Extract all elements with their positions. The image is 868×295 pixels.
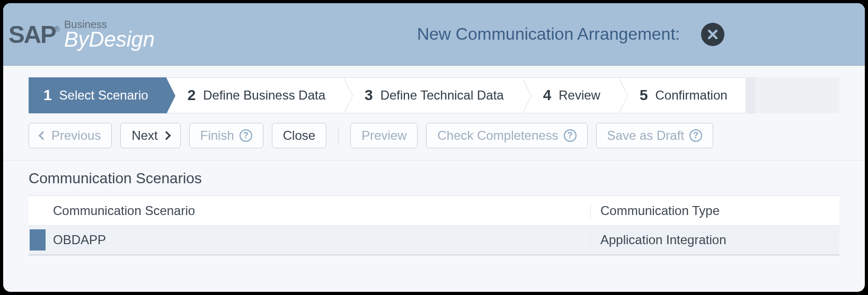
help-icon: ?	[240, 129, 252, 142]
wizard-step-5[interactable]: 5 Confirmation	[618, 77, 746, 113]
finish-label: Finish	[200, 128, 234, 143]
wizard-step-4[interactable]: 4 Review	[522, 77, 618, 113]
wizard-step-2-label: Define Business Data	[203, 88, 325, 103]
section-title: Communication Scenarios	[29, 170, 839, 187]
table-row[interactable]: OBDAPP Application Integration	[29, 226, 839, 255]
check-label: Check Completeness	[437, 128, 558, 143]
content-area: 1 Select Scenario 2 Define Business Data…	[3, 66, 865, 292]
title-wrap: New Communication Arrangement:	[155, 23, 849, 46]
app-window: SAP® Business ByDesign New Communication…	[3, 3, 865, 292]
wizard-roadmap: 1 Select Scenario 2 Define Business Data…	[29, 77, 839, 113]
next-button[interactable]: Next	[120, 123, 180, 148]
help-icon: ?	[564, 129, 577, 142]
chevron-left-icon	[39, 131, 48, 140]
wizard-step-1-num: 1	[43, 87, 52, 104]
wizard-step-3-label: Define Technical Data	[380, 88, 504, 103]
chevron-right-icon	[343, 78, 352, 114]
wizard-step-2[interactable]: 2 Define Business Data	[166, 77, 343, 113]
logo-line2: ByDesign	[64, 29, 155, 50]
page-title: New Communication Arrangement:	[417, 24, 680, 44]
logo-brand: SAP	[8, 21, 56, 48]
logo-sap-text: SAP®	[8, 22, 60, 47]
preview-button[interactable]: Preview	[350, 123, 418, 148]
logo-registered: ®	[55, 25, 59, 33]
wizard-step-2-num: 2	[188, 87, 196, 104]
wizard-step-3-num: 3	[365, 87, 373, 104]
save-draft-label: Save as Draft	[607, 128, 684, 143]
chevron-right-icon	[166, 78, 175, 114]
col-type-header[interactable]: Communication Type	[590, 203, 839, 218]
scenarios-table: Communication Scenario Communication Typ…	[29, 195, 839, 256]
brand-logo: SAP® Business ByDesign	[8, 19, 155, 50]
separator	[338, 127, 339, 145]
save-as-draft-button[interactable]: Save as Draft ?	[596, 123, 713, 148]
logo-subtext: Business ByDesign	[64, 19, 155, 50]
cell-type: Application Integration	[590, 233, 839, 247]
preview-label: Preview	[361, 128, 406, 143]
wizard-step-3[interactable]: 3 Define Technical Data	[343, 77, 522, 113]
top-bar: SAP® Business ByDesign New Communication…	[3, 3, 865, 66]
section-communication-scenarios: Communication Scenarios Communication Sc…	[3, 160, 865, 256]
close-label: Close	[283, 128, 315, 143]
table-header: Communication Scenario Communication Typ…	[29, 196, 839, 226]
close-toolbar-button[interactable]: Close	[272, 123, 326, 148]
chevron-right-icon	[162, 131, 171, 140]
help-icon: ?	[689, 129, 702, 142]
close-button[interactable]	[701, 23, 724, 46]
check-completeness-button[interactable]: Check Completeness ?	[426, 123, 587, 148]
wizard-step-5-num: 5	[640, 87, 648, 104]
wizard-step-4-num: 4	[543, 87, 552, 104]
row-selection-marker	[29, 229, 53, 251]
previous-button[interactable]: Previous	[29, 123, 112, 148]
wizard-step-5-label: Confirmation	[656, 88, 728, 103]
wizard-step-4-label: Review	[559, 88, 600, 103]
close-icon	[706, 28, 719, 41]
col-scenario-header[interactable]: Communication Scenario	[29, 203, 590, 218]
previous-label: Previous	[51, 128, 101, 143]
toolbar: Previous Next Finish ? Close Preview Che…	[3, 123, 865, 160]
wizard-step-1-label: Select Scenario	[59, 88, 148, 103]
next-label: Next	[131, 128, 157, 143]
roadmap-tail	[746, 77, 755, 113]
finish-button[interactable]: Finish ?	[189, 123, 263, 148]
cell-scenario: OBDAPP	[53, 233, 590, 247]
chevron-right-icon	[618, 78, 627, 114]
wizard-step-1[interactable]: 1 Select Scenario	[29, 77, 166, 113]
chevron-right-icon	[522, 78, 531, 114]
